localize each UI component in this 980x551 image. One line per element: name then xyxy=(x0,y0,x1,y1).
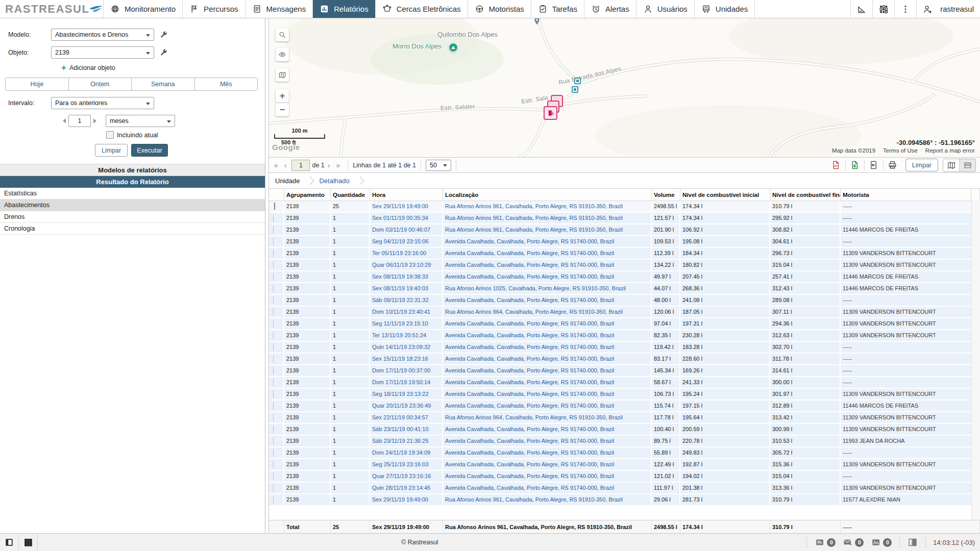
reports-counter[interactable]: 0 xyxy=(815,537,836,547)
executar-button[interactable]: Executar xyxy=(131,144,167,157)
export-excel-button[interactable] xyxy=(847,159,863,171)
cell-localizacao[interactable]: Avenida Cavalhada, Cavalhada, Porto Aleg… xyxy=(443,424,652,435)
nav-item-usuarios[interactable]: Usuários xyxy=(636,0,695,18)
cell-hora[interactable]: Seg 11/11/19 23:15:10 xyxy=(370,318,443,329)
terms-link[interactable]: Terms of Use xyxy=(883,147,918,154)
panel-splitter[interactable] xyxy=(265,18,269,534)
cell-localizacao[interactable]: Avenida Cavalhada, Cavalhada, Porto Aleg… xyxy=(443,330,652,341)
nav-item-alertas[interactable]: Alertas xyxy=(584,0,636,18)
table-row[interactable]: 21391Sáb 23/11/19 21:36:25Avenida Cavalh… xyxy=(269,436,980,446)
column-header-expand[interactable] xyxy=(269,189,284,201)
map-zoom-in-button[interactable]: + xyxy=(276,89,289,103)
measure-button[interactable] xyxy=(850,0,872,18)
nav-item-tarefas[interactable]: Tarefas xyxy=(531,0,584,18)
cell-localizacao[interactable]: Avenida Cavalhada, Cavalhada, Porto Aleg… xyxy=(443,447,652,458)
cell-hora[interactable]: Quin 14/11/19 23:09:32 xyxy=(370,342,443,353)
cell-hora[interactable]: Sáb 23/11/19 21:36:25 xyxy=(370,436,443,446)
map-search-button[interactable] xyxy=(276,28,289,41)
cell-localizacao[interactable]: Rua Afonso Arinos 964, Cavalhada, Porto … xyxy=(443,307,652,317)
grid-layout-button[interactable] xyxy=(19,534,38,551)
section-resultado-relatorio[interactable]: Resultado do Relatório xyxy=(0,176,265,188)
period-unit-select[interactable]: meses xyxy=(106,115,175,127)
cell-hora[interactable]: Seg 18/11/19 23:13:22 xyxy=(370,389,443,399)
modelo-select[interactable]: Abastecimentos e Drenos xyxy=(51,29,154,41)
table-row[interactable]: 21391Dom 03/11/19 00:46:07Rua Afonso Ari… xyxy=(269,224,980,235)
tab-detalhado[interactable]: Detalhado xyxy=(319,177,349,185)
cell-hora[interactable]: Dom 17/11/19 19:50:14 xyxy=(370,377,443,388)
page-size-select[interactable]: 50 xyxy=(426,160,451,171)
column-header-Agrupamento[interactable]: Agrupamento xyxy=(284,189,331,201)
cell-localizacao[interactable]: Avenida Cavalhada, Cavalhada, Porto Aleg… xyxy=(443,483,652,493)
table-row[interactable]: 21391Dom 10/11/19 23:40:41Rua Afonso Ari… xyxy=(269,307,980,317)
table-row[interactable]: 21391Ter 05/11/19 23:16:00Avenida Cavalh… xyxy=(269,248,980,259)
apps-button[interactable] xyxy=(872,0,894,18)
cell-localizacao[interactable]: Rua Afonso Arinos 961, Cavalhada, Porto … xyxy=(443,213,652,223)
range-button-ontem[interactable]: Ontem xyxy=(69,78,132,90)
table-row[interactable]: 21391Quin 28/11/19 23:14:45Avenida Caval… xyxy=(269,483,980,493)
limpar-results-button[interactable]: Limpar xyxy=(905,159,938,171)
cell-localizacao[interactable]: Avenida Cavalhada, Cavalhada, Porto Aleg… xyxy=(443,342,652,353)
table-row[interactable]: 21391Seg 04/11/19 23:15:06Avenida Cavalh… xyxy=(269,236,980,247)
table-row[interactable]: 21391Dom 24/11/19 19:34:09Avenida Cavalh… xyxy=(269,447,980,458)
nav-item-unidades[interactable]: Unidades xyxy=(695,0,755,18)
cell-hora[interactable]: Sex 22/11/19 00:34:57 xyxy=(370,412,443,423)
print-button[interactable] xyxy=(885,159,900,171)
table-row[interactable]: 21391Seg 18/11/19 23:13:22Avenida Cavalh… xyxy=(269,389,980,399)
cell-localizacao[interactable]: Avenida Cavalhada, Cavalhada, Porto Aleg… xyxy=(443,400,652,411)
split-view-toggle[interactable] xyxy=(959,159,975,171)
nav-item-monitoramento[interactable]: Monitoramento xyxy=(104,0,183,18)
range-button-mês[interactable]: Mês xyxy=(195,78,258,90)
panel-layout-button[interactable] xyxy=(0,534,19,551)
column-header-Nível de combustível final[interactable]: Nível de combustível final xyxy=(770,189,841,201)
cell-localizacao[interactable]: Rua Afonso Arinos 964, Cavalhada, Porto … xyxy=(443,412,652,423)
incluindo-atual-checkbox[interactable] xyxy=(106,131,114,139)
cell-hora[interactable]: Quar 27/11/19 23:16:16 xyxy=(370,471,443,482)
unit-marker-icon[interactable] xyxy=(574,78,581,84)
column-header-Motorista[interactable]: Motorista xyxy=(841,189,971,201)
result-item-cronologia[interactable]: Cronologia xyxy=(0,223,265,235)
collapse-row-button[interactable] xyxy=(269,201,284,212)
table-row[interactable]: 21391Sáb 09/11/19 22:31:32Avenida Cavalh… xyxy=(269,295,980,306)
table-row[interactable]: 21391Quar 06/11/19 23:10:29Avenida Caval… xyxy=(269,260,980,270)
table-row[interactable]: 21391Seg 11/11/19 23:15:10Avenida Cavalh… xyxy=(269,318,980,329)
cell-localizacao[interactable]: Rua Afonso Arinos 961, Cavalhada, Porto … xyxy=(443,224,652,235)
result-item-abastecimentos[interactable]: Abastecimentos xyxy=(0,199,265,211)
cell-localizacao[interactable]: Rua Afonso Arinos 1025, Cavalhada, Porto… xyxy=(443,283,652,294)
cell-hora[interactable]: Dom 03/11/19 00:46:07 xyxy=(370,224,443,235)
range-button-hoje[interactable]: Hoje xyxy=(6,78,69,90)
map-view-toggle[interactable] xyxy=(943,159,959,171)
result-item-drenos[interactable]: Drenos xyxy=(0,211,265,223)
cell-hora[interactable]: Dom 24/11/19 19:34:09 xyxy=(370,447,443,458)
nav-item-mensagens[interactable]: Mensagens xyxy=(246,0,313,18)
limpar-form-button[interactable]: Limpar xyxy=(95,144,128,157)
table-row[interactable]: 21391Dom 17/11/19 00:37:00Avenida Cavalh… xyxy=(269,365,980,376)
period-decrement-button[interactable] xyxy=(60,118,66,123)
table-row[interactable]: 21391Sáb 23/11/19 00:41:10Avenida Cavalh… xyxy=(269,424,980,435)
column-header-Volume[interactable]: Volume xyxy=(652,189,680,201)
unit-marker-icon[interactable] xyxy=(572,86,578,93)
park-poi-icon[interactable] xyxy=(449,43,458,52)
table-group-row[interactable]: 213925Sex 29/11/19 19:49:00Rua Afonso Ar… xyxy=(269,201,980,212)
last-page-button[interactable]: » xyxy=(333,161,343,169)
vertical-scrollbar[interactable] xyxy=(971,200,980,520)
map-canvas[interactable]: + − Quilombo Dos Alpes Morro Dos Alpes R… xyxy=(269,18,980,157)
cell-hora[interactable]: Sex 29/11/19 19:49:00 xyxy=(370,201,443,212)
cell-hora[interactable]: Sex 08/11/19 19:40:03 xyxy=(370,283,443,294)
place-pin-icon[interactable] xyxy=(532,18,542,28)
cell-localizacao[interactable]: Avenida Cavalhada, Cavalhada, Porto Aleg… xyxy=(443,260,652,270)
report-pages-button[interactable] xyxy=(908,537,918,547)
tab-unidade[interactable]: Unidade xyxy=(275,177,300,185)
map-visibility-button[interactable] xyxy=(276,48,289,61)
cell-localizacao[interactable]: Avenida Cavalhada, Cavalhada, Porto Aleg… xyxy=(443,389,652,399)
table-row[interactable]: 21391Sex 29/11/19 19:49:00Rua Afonso Ari… xyxy=(269,494,980,505)
cell-hora[interactable]: Seg 04/11/19 23:15:06 xyxy=(370,236,443,247)
first-page-button[interactable]: « xyxy=(271,161,281,169)
column-header-Nível de combustível inicial[interactable]: Nível de combustível inicial xyxy=(680,189,770,201)
cell-localizacao[interactable]: Avenida Cavalhada, Cavalhada, Porto Aleg… xyxy=(443,471,652,482)
export-file-button[interactable] xyxy=(866,159,881,171)
objeto-settings-button[interactable] xyxy=(159,48,168,57)
cell-localizacao[interactable]: Avenida Cavalhada, Cavalhada, Porto Aleg… xyxy=(443,248,652,259)
table-row[interactable]: 21391Sex 08/11/19 19:38:33Avenida Cavalh… xyxy=(269,271,980,282)
nav-item-percursos[interactable]: Percursos xyxy=(183,0,246,18)
table-row[interactable]: 21391Ter 12/11/19 20:51:24Avenida Cavalh… xyxy=(269,330,980,341)
